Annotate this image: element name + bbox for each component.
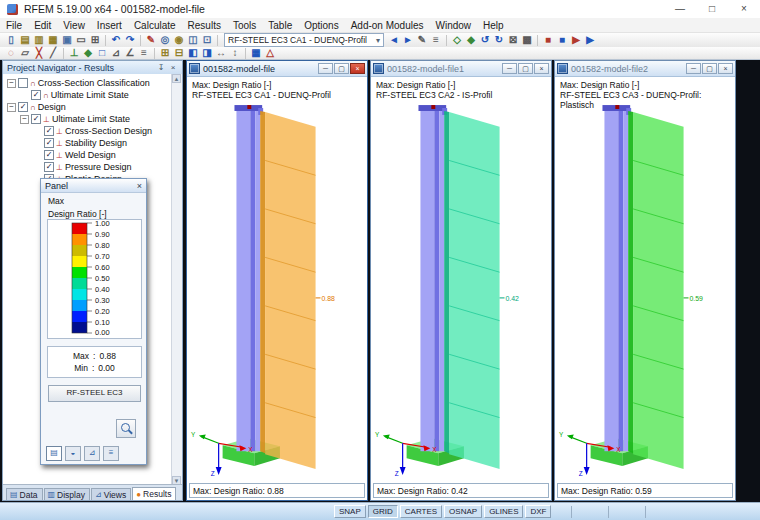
panel-zoom-button[interactable] (116, 419, 136, 438)
tree-item-uls-design[interactable]: − ✓ ⊥ Ultimate Limit State (7, 113, 182, 125)
glines-toggle[interactable]: GLINES (484, 505, 523, 518)
menu-insert[interactable]: Insert (91, 20, 128, 31)
checkbox-checked[interactable]: ✓ (31, 114, 41, 124)
module-a-icon[interactable]: ■ (541, 34, 555, 46)
navigator-close-icon[interactable]: × (168, 63, 178, 72)
show-results-icon[interactable]: ◇ (450, 34, 464, 46)
panel-close-icon[interactable]: × (137, 181, 142, 191)
window-close-button[interactable]: × (350, 63, 365, 74)
panel-tab-color-scale[interactable]: ▤ (46, 446, 62, 461)
window-minimize-button[interactable]: ─ (502, 63, 517, 74)
minimize-button[interactable]: — (664, 0, 696, 18)
remove-icon[interactable]: ⊟ (172, 47, 186, 59)
panel-tab-views[interactable]: ⊿ (84, 446, 100, 461)
module-button[interactable]: RF-STEEL EC3 (48, 385, 141, 402)
select-icon[interactable]: ◌ (4, 47, 18, 59)
window-titlebar[interactable]: 001582-model-file2 ─ ▢ × (555, 61, 735, 77)
window-close-button[interactable]: × (534, 63, 549, 74)
tab-data[interactable]: ▤ Data (6, 488, 43, 500)
delete-icon[interactable]: ╳ (32, 47, 46, 59)
window-minimize-button[interactable]: ─ (686, 63, 701, 74)
list-icon[interactable]: ≡ (137, 47, 151, 59)
tree-item-cross-section-design[interactable]: ✓ ⊥ Cross-Section Design (7, 125, 182, 137)
tab-display[interactable]: ▥ Display (44, 488, 90, 500)
open-model-icon[interactable]: ▥ (32, 34, 46, 46)
mesh-icon[interactable]: ▦ (249, 47, 263, 59)
osnap-toggle[interactable]: OSNAP (444, 505, 482, 518)
result-values-icon[interactable]: ◆ (464, 34, 478, 46)
menu-tools[interactable]: Tools (227, 20, 262, 31)
grid-icon[interactable]: ▩ (520, 34, 534, 46)
window-titlebar[interactable]: 001582-model-file ─ ▢ × (187, 61, 367, 77)
window-close-button[interactable]: × (718, 63, 733, 74)
window-restore-button[interactable]: ▢ (334, 63, 349, 74)
triangle-icon[interactable]: △ (263, 47, 277, 59)
menu-options[interactable]: Options (298, 20, 344, 31)
view-split-icon[interactable]: ◫ (186, 34, 200, 46)
window-minimize-button[interactable]: ─ (318, 63, 333, 74)
prev-case-icon[interactable]: ◄ (387, 34, 401, 46)
open-project-icon[interactable]: ▤ (18, 34, 32, 46)
edit-icon[interactable]: ✎ (144, 34, 158, 46)
grid-toggle[interactable]: GRID (368, 505, 398, 518)
menu-calculate[interactable]: Calculate (128, 20, 182, 31)
menu-window[interactable]: Window (430, 20, 478, 31)
pin-icon[interactable]: ↧ (156, 63, 166, 72)
window-restore-button[interactable]: ▢ (702, 63, 717, 74)
menu-addon-modules[interactable]: Add-on Modules (345, 20, 430, 31)
module-d-icon[interactable]: ▶ (583, 34, 597, 46)
save-icon[interactable]: ▣ (60, 34, 74, 46)
model-viewport[interactable]: 0.42 Y X Z (371, 101, 551, 479)
window-titlebar[interactable]: 001582-model-file1 ─ ▢ × (371, 61, 551, 77)
panel-titlebar[interactable]: Panel × (41, 179, 146, 193)
panel-tab-factors[interactable]: ◒ (65, 446, 81, 461)
scroll-up-icon[interactable]: ▲ (172, 74, 181, 83)
recalculate-icon[interactable]: ↺ (478, 34, 492, 46)
menu-table[interactable]: Table (262, 20, 298, 31)
collapse-icon[interactable]: − (7, 103, 16, 112)
window-restore-button[interactable]: ▢ (518, 63, 533, 74)
refresh-icon[interactable]: ↻ (492, 34, 506, 46)
member-icon[interactable]: ⊥ (67, 47, 81, 59)
tree-item-uls-classification[interactable]: ✓ ∩ Ultimate Limit State (7, 89, 182, 101)
render-mode-icon[interactable]: ◉ (172, 34, 186, 46)
half-left-icon[interactable]: ◧ (186, 47, 200, 59)
print-icon[interactable]: ▭ (74, 34, 88, 46)
zoom-icon[interactable]: ◎ (158, 34, 172, 46)
navigator-scrollbar[interactable]: ▲ ▼ (171, 74, 182, 485)
clipping-icon[interactable]: ⊠ (506, 34, 520, 46)
new-file-icon[interactable]: ▯ (4, 34, 18, 46)
snap-toggle[interactable]: SNAP (334, 505, 366, 518)
checkbox-checked[interactable]: ✓ (44, 150, 54, 160)
tab-views[interactable]: ⊿ Views (91, 488, 131, 500)
solid-icon[interactable]: ⊿ (109, 47, 123, 59)
model-viewport[interactable]: 0.59 Y X Z (555, 101, 735, 479)
archive-icon[interactable]: ▦ (46, 34, 60, 46)
menu-edit[interactable]: Edit (28, 20, 57, 31)
load-case-selector[interactable]: RF-STEEL EC3 CA1 - DUENQ-Profil ▾ (224, 33, 384, 47)
menu-view[interactable]: View (57, 20, 91, 31)
add-icon[interactable]: ⊞ (158, 47, 172, 59)
model-viewport[interactable]: 0.88 Y X Z (187, 101, 367, 479)
checkbox-checked[interactable]: ✓ (44, 138, 54, 148)
collapse-icon[interactable]: − (20, 115, 29, 124)
next-case-icon[interactable]: ► (401, 34, 415, 46)
tree-item-stability-design[interactable]: ✓ ⊥ Stability Design (7, 137, 182, 149)
case-list-icon[interactable]: ≡ (429, 34, 443, 46)
maximize-button[interactable]: □ (696, 0, 728, 18)
dxf-toggle[interactable]: DXF (525, 505, 551, 518)
tab-results[interactable]: ● Results (132, 487, 176, 500)
checkbox-checked[interactable]: ✓ (44, 126, 54, 136)
checkbox-checked[interactable]: ✓ (31, 90, 41, 100)
tree-item-pressure-design[interactable]: ✓ ⊥ Pressure Design (7, 161, 182, 173)
surface-icon[interactable]: □ (95, 47, 109, 59)
tree-item-design[interactable]: − ✓ ∩ Design (7, 101, 182, 113)
checkbox-checked[interactable]: ✓ (18, 102, 28, 112)
close-button[interactable]: × (728, 0, 760, 18)
module-b-icon[interactable]: ■ (555, 34, 569, 46)
line-icon[interactable]: ╱ (46, 47, 60, 59)
menu-help[interactable]: Help (477, 20, 510, 31)
fit-width-icon[interactable]: ↔ (214, 47, 228, 59)
select-window-icon[interactable]: ▱ (18, 47, 32, 59)
tables-icon[interactable]: ⊡ (200, 34, 214, 46)
